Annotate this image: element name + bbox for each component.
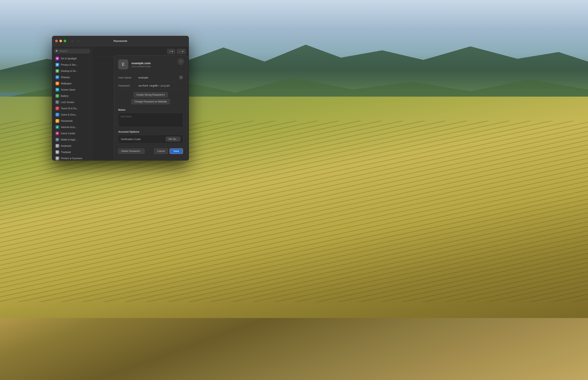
svg-rect-8 — [58, 96, 58, 96]
password-actions: Create Strong Password ▾ Change Password… — [118, 90, 183, 107]
site-modified: Last modified today — [132, 65, 151, 68]
screensaver-icon — [56, 88, 59, 92]
forward-button[interactable]: › — [76, 39, 81, 43]
users-icon — [56, 113, 59, 116]
keyboard-icon — [56, 144, 59, 148]
svg-rect-19 — [57, 151, 58, 153]
back-button[interactable]: ‹ — [69, 39, 75, 43]
sidebar-item-label-lockscreen: Lock Screen — [61, 101, 74, 104]
sidebar-item-privacy[interactable]: Privacy & Sec... — [53, 62, 91, 68]
lockscreen-icon — [56, 100, 59, 104]
sidebar-item-label-wallpaper: Wallpaper — [61, 82, 72, 85]
close-button[interactable] — [55, 40, 58, 42]
svg-rect-2 — [57, 70, 58, 72]
sidebar-item-label-battery: Battery — [61, 95, 68, 97]
info-button[interactable]: ⓘ — [177, 58, 184, 65]
site-avatar: E — [118, 59, 128, 69]
create-strong-password-label: Create Strong Password — [137, 93, 163, 96]
username-row: User Name example ? — [118, 74, 183, 82]
svg-rect-4 — [57, 78, 58, 78]
search-box[interactable]: 🔍 — [54, 49, 90, 54]
search-icon: 🔍 — [56, 50, 59, 53]
change-password-label: Change Password on Website — [134, 100, 167, 103]
sidebar-item-label-wallet: Wallet & Appl... — [61, 138, 77, 141]
sidebar-item-touchid[interactable]: Touch ID & Pa... — [53, 105, 91, 112]
site-header: E example.com Last modified today — [118, 59, 183, 69]
printers-icon — [56, 157, 59, 160]
sidebar-item-label-privacy: Privacy & Sec... — [61, 63, 78, 66]
sidebar-item-displays[interactable]: Displays — [53, 74, 91, 80]
svg-rect-17 — [57, 139, 58, 140]
minimize-button[interactable] — [59, 40, 62, 42]
privacy-icon — [56, 63, 59, 67]
change-password-button[interactable]: Change Password on Website — [131, 99, 170, 104]
site-name: example.com — [132, 61, 151, 65]
sidebar-item-label-gamecenter: Game Center — [61, 132, 75, 135]
sidebar-item-label-trackpad: Trackpad — [61, 151, 71, 153]
create-strong-password-button[interactable]: Create Strong Password ▾ — [134, 92, 168, 97]
touchid-icon — [56, 107, 59, 110]
window-title: Passwords — [114, 39, 127, 42]
maximize-button[interactable] — [64, 40, 66, 42]
svg-rect-14 — [57, 121, 58, 122]
svg-point-12 — [57, 114, 58, 115]
sidebar-item-battery[interactable]: Battery — [53, 93, 91, 99]
sidebar-item-label-siri: Siri & Spotlight — [61, 57, 77, 60]
add-button[interactable]: + ▾ — [167, 49, 176, 54]
siri-spotlight-icon — [56, 57, 59, 60]
sidebar-item-trackpad[interactable]: Trackpad — [53, 149, 91, 155]
username-value[interactable]: example — [138, 76, 179, 79]
search-input[interactable] — [59, 50, 88, 53]
sidebar-item-keyboard[interactable]: Keyboard — [53, 143, 91, 149]
sidebar-item-lockscreen[interactable]: Lock Screen — [53, 99, 91, 105]
password-detail-dialog: E example.com Last modified today User N… — [114, 55, 187, 161]
save-button[interactable]: Save — [170, 148, 183, 154]
username-help-button[interactable]: ? — [179, 76, 183, 79]
sidebar-item-label-displays: Displays — [61, 76, 70, 79]
wallpaper-icon — [56, 82, 59, 85]
svg-rect-20 — [57, 158, 58, 159]
username-label: User Name — [118, 76, 138, 79]
sidebar-item-label-users: Users & Grou... — [61, 113, 78, 116]
sidebar-item-label-desktop: Desktop & Do... — [61, 70, 78, 73]
notes-textarea[interactable]: Add Notes — [118, 113, 183, 127]
password-value[interactable]: xarke4-negdAr-zizjat — [138, 84, 183, 87]
internet-icon — [56, 125, 59, 129]
notes-placeholder: Add Notes — [120, 115, 132, 118]
more-options-button[interactable]: ··· ▾ — [177, 49, 186, 54]
add-icon: + — [169, 50, 171, 53]
cancel-button[interactable]: Cancel — [154, 148, 168, 154]
info-icon: ⓘ — [179, 60, 182, 63]
more-chevron: ▾ — [182, 50, 183, 53]
sidebar-item-desktop[interactable]: Desktop & Do... — [53, 68, 91, 74]
desktop-icon — [56, 69, 59, 73]
verification-code-row: Verification Code Set Up... — [118, 135, 183, 143]
sidebar-item-passwords[interactable]: Passwords — [53, 118, 91, 124]
notes-section-label: Notes — [118, 108, 183, 111]
gamecenter-icon — [56, 132, 59, 135]
password-row: Password xarke4-negdAr-zizjat — [118, 82, 183, 90]
create-strong-password-chevron: ▾ — [163, 93, 165, 96]
sidebar-item-wallpaper[interactable]: Wallpaper — [53, 80, 91, 87]
setup-button[interactable]: Set Up... — [166, 137, 180, 141]
passwords-icon — [56, 119, 59, 123]
add-chevron: ▾ — [172, 50, 173, 53]
sidebar-item-screensaver[interactable]: Screen Saver — [53, 87, 91, 93]
sidebar-item-label-screensaver: Screen Saver — [61, 88, 76, 91]
sidebar-item-gamecenter[interactable]: Game Center — [53, 131, 91, 136]
traffic-lights — [55, 40, 66, 42]
sidebar-item-siri-spotlight[interactable]: Siri & Spotlight — [53, 56, 91, 62]
svg-rect-3 — [57, 77, 58, 78]
sidebar-item-label-touchid: Touch ID & Pa... — [61, 107, 78, 110]
sidebar-item-users[interactable]: Users & Grou... — [53, 112, 91, 118]
sidebar-item-internet[interactable]: Internet Acco... — [53, 124, 91, 130]
sidebar-item-wallet[interactable]: Wallet & Appl... — [53, 137, 91, 143]
svg-point-16 — [57, 133, 58, 134]
nav-buttons: ‹ › — [69, 39, 81, 43]
svg-point-0 — [57, 58, 58, 59]
delete-password-button[interactable]: Delete Password... — [118, 149, 145, 154]
sidebar-item-printers[interactable]: Printers & Scanners — [53, 155, 91, 161]
displays-icon — [56, 76, 59, 79]
svg-point-13 — [58, 114, 58, 115]
svg-rect-7 — [57, 95, 58, 96]
